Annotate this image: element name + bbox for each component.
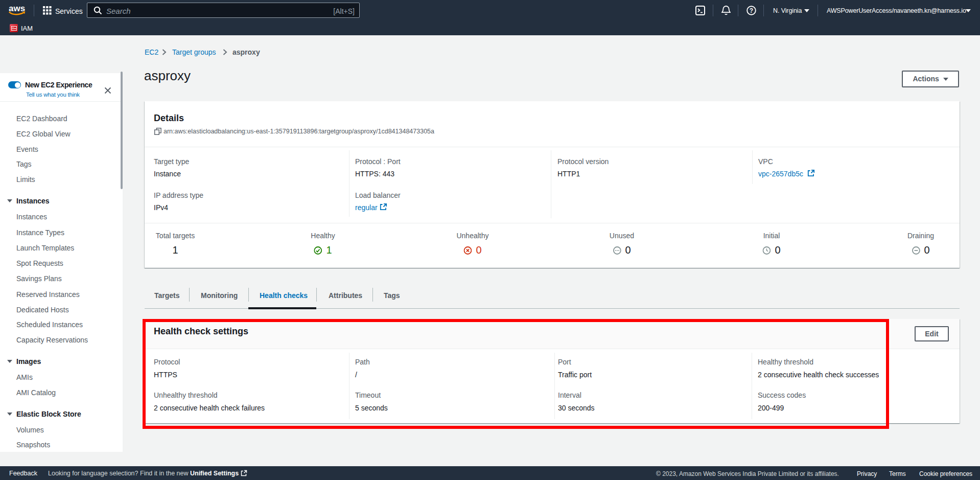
svg-text:aws: aws	[9, 4, 25, 13]
svg-text:?: ?	[750, 7, 753, 14]
